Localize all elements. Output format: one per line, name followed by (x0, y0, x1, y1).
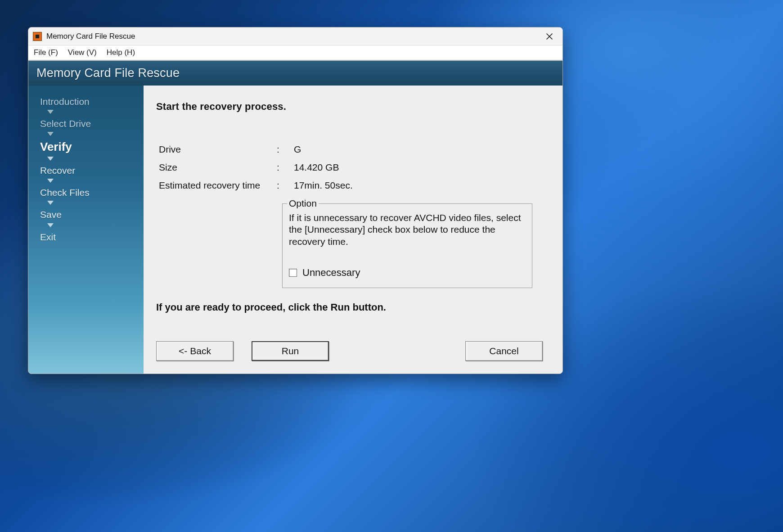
sidebar-step-introduction[interactable]: Introduction (40, 96, 144, 107)
body: Introduction Select Drive Verify Recover… (28, 86, 562, 374)
menubar: File (F) View (V) Help (H) (28, 45, 562, 61)
close-button[interactable] (539, 29, 560, 44)
page-title: Start the recovery process. (156, 101, 543, 113)
size-label: Size (159, 162, 277, 173)
titlebar: Memory Card File Rescue (28, 27, 562, 45)
cancel-button[interactable]: Cancel (465, 341, 543, 361)
app-window: Memory Card File Rescue File (F) View (V… (28, 27, 563, 374)
sidebar: Introduction Select Drive Verify Recover… (28, 86, 144, 374)
sidebar-step-check-files[interactable]: Check Files (40, 187, 144, 198)
menu-help[interactable]: Help (H) (106, 46, 136, 59)
app-icon (33, 32, 42, 41)
chevron-down-icon (47, 110, 54, 114)
eta-value: 17min. 50sec. (288, 180, 543, 191)
eta-label: Estimated recovery time (159, 180, 277, 191)
menu-file[interactable]: File (F) (33, 46, 59, 59)
menu-view[interactable]: View (V) (67, 46, 98, 59)
back-button[interactable]: <- Back (156, 341, 234, 361)
chevron-down-icon (47, 179, 54, 183)
drive-label: Drive (159, 144, 277, 155)
checkbox-label: Unnecessary (302, 266, 360, 279)
colon: : (277, 144, 288, 155)
colon: : (277, 162, 288, 173)
sidebar-step-verify[interactable]: Verify (40, 140, 144, 154)
window-title: Memory Card File Rescue (46, 32, 135, 41)
summary-table: Drive : G Size : 14.420 GB Estimated rec… (159, 144, 543, 191)
unnecessary-checkbox[interactable]: Unnecessary (289, 266, 526, 279)
page-header: Memory Card File Rescue (28, 61, 562, 86)
drive-value: G (288, 144, 543, 155)
option-description: If it is unnecessary to recover AVCHD vi… (289, 212, 526, 248)
chevron-down-icon (47, 132, 54, 136)
sidebar-step-select-drive[interactable]: Select Drive (40, 118, 144, 129)
run-button[interactable]: Run (252, 341, 329, 361)
content-pane: Start the recovery process. Drive : G Si… (144, 86, 562, 374)
checkbox-box[interactable] (289, 269, 297, 277)
chevron-down-icon (47, 223, 54, 227)
sidebar-step-save[interactable]: Save (40, 209, 144, 220)
sidebar-step-recover[interactable]: Recover (40, 165, 144, 176)
size-value: 14.420 GB (288, 162, 543, 173)
button-row: <- Back Run Cancel (156, 323, 543, 361)
colon: : (277, 180, 288, 191)
option-group: Option If it is unnecessary to recover A… (282, 203, 532, 288)
close-icon (546, 33, 553, 40)
chevron-down-icon (47, 157, 54, 161)
ready-text: If you are ready to proceed, click the R… (156, 302, 543, 313)
chevron-down-icon (47, 201, 54, 205)
sidebar-step-exit[interactable]: Exit (40, 232, 144, 243)
option-legend: Option (287, 198, 319, 209)
